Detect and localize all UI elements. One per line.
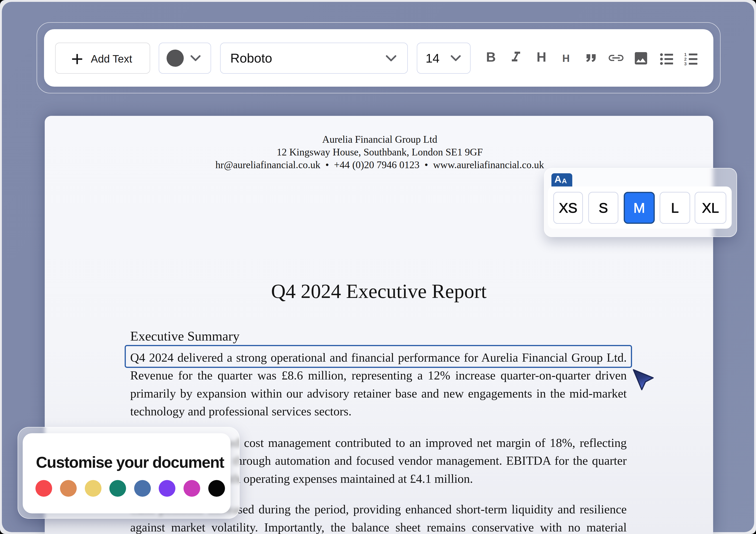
svg-text:3: 3 bbox=[684, 61, 687, 66]
svg-text:2: 2 bbox=[684, 57, 687, 62]
svg-text:1: 1 bbox=[684, 52, 687, 57]
